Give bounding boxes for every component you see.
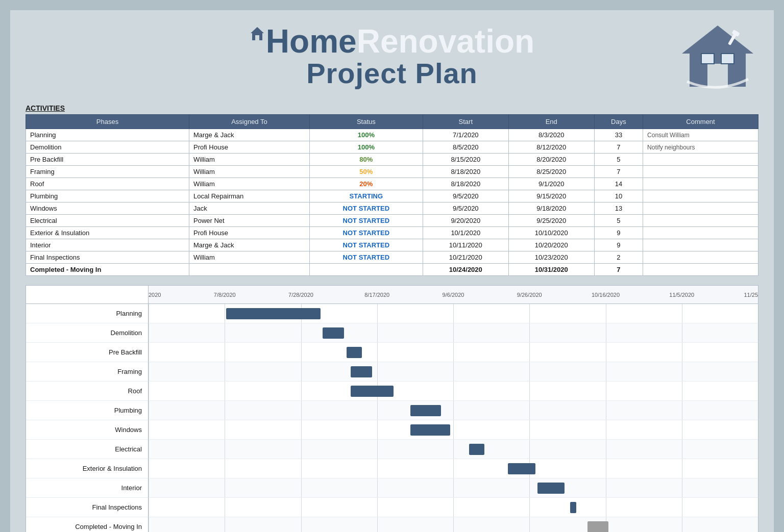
gantt-label-row: Exterior & Insulation xyxy=(26,459,148,478)
gantt-vline xyxy=(301,323,302,342)
cell-status: NOT STARTED xyxy=(309,202,423,215)
gantt-label-row: Final Inspections xyxy=(26,498,148,517)
cell-assigned: Power Net xyxy=(189,215,309,227)
gantt-bar xyxy=(226,308,321,319)
gantt-bar-row xyxy=(149,440,758,459)
gantt-labels: PlanningDemolitionPre BackfillFramingRoo… xyxy=(26,286,149,532)
col-days: Days xyxy=(594,115,643,129)
gantt-vline xyxy=(529,420,530,439)
gantt-vline xyxy=(225,478,225,497)
table-row: InteriorMarge & JackNOT STARTED10/11/202… xyxy=(26,239,758,251)
cell-phase: Completed - Moving In xyxy=(26,264,189,276)
cell-status: 50% xyxy=(309,166,423,178)
cell-start: 9/5/2020 xyxy=(423,190,508,202)
gantt-bar xyxy=(587,521,609,532)
gantt-vline xyxy=(301,343,302,362)
gantt-bar xyxy=(347,347,362,358)
gantt-label-row: Plumbing xyxy=(26,401,148,420)
gantt-bar xyxy=(323,327,344,339)
gantt-vline xyxy=(149,440,149,459)
title-line1: Home Renovation xyxy=(250,25,534,58)
cell-start: 8/18/2020 xyxy=(423,166,508,178)
cell-phase: Exterior & Insulation xyxy=(26,227,189,239)
cell-start: 9/20/2020 xyxy=(423,215,508,227)
gantt-vline xyxy=(453,420,454,439)
gantt-bar xyxy=(469,444,484,455)
gantt-vline xyxy=(453,401,454,420)
gantt-vline xyxy=(225,343,225,362)
gantt-vline xyxy=(453,517,454,532)
gantt-date-label: 9/26/2020 xyxy=(517,292,542,298)
cell-status: 80% xyxy=(309,154,423,166)
logo xyxy=(677,20,758,94)
gantt-bar-row xyxy=(149,382,758,401)
gantt-vline xyxy=(453,382,454,400)
gantt-bar-row xyxy=(149,498,758,517)
cell-start: 10/11/2020 xyxy=(423,239,508,251)
col-comment: Comment xyxy=(643,115,758,129)
cell-assigned: Marge & Jack xyxy=(189,129,309,141)
gantt-vline xyxy=(529,401,530,420)
cell-comment xyxy=(643,264,758,276)
cell-start: 7/1/2020 xyxy=(423,129,508,141)
cell-assigned: William xyxy=(189,166,309,178)
cell-end: 9/1/2020 xyxy=(508,178,594,190)
table-row: PlanningMarge & Jack100%7/1/20208/3/2020… xyxy=(26,129,758,141)
table-row: WindowsJackNOT STARTED9/5/20209/18/20201… xyxy=(26,202,758,215)
col-assigned: Assigned To xyxy=(189,115,309,129)
cell-assigned xyxy=(189,264,309,276)
gantt-vline xyxy=(225,517,225,532)
gantt-vline xyxy=(529,362,530,381)
cell-days: 14 xyxy=(594,178,643,190)
gantt-vline xyxy=(225,362,225,381)
gantt-bar-row xyxy=(149,420,758,440)
cell-phase: Interior xyxy=(26,239,189,251)
gantt-date-label: 7/28/2020 xyxy=(288,292,313,298)
gantt-vline xyxy=(301,498,302,517)
gantt-vline xyxy=(377,401,378,420)
cell-comment xyxy=(643,178,758,190)
cell-status: NOT STARTED xyxy=(309,251,423,264)
gantt-vline xyxy=(453,498,454,517)
cell-comment xyxy=(643,202,758,215)
gantt-vline xyxy=(529,382,530,400)
gantt-vline xyxy=(529,478,530,497)
cell-assigned: Jack xyxy=(189,202,309,215)
gantt-bar xyxy=(410,405,441,416)
gantt-vline xyxy=(606,478,606,497)
gantt-label-row: Interior xyxy=(26,478,148,498)
cell-days: 13 xyxy=(594,202,643,215)
svg-rect-1 xyxy=(255,35,259,40)
gantt-vline xyxy=(453,304,454,323)
gantt-label-row: Demolition xyxy=(26,323,148,343)
gantt-vline xyxy=(682,517,682,532)
cell-end: 9/25/2020 xyxy=(508,215,594,227)
cell-assigned: Marge & Jack xyxy=(189,239,309,251)
gantt-vline xyxy=(225,382,225,400)
gantt-vline xyxy=(377,517,378,532)
col-start: Start xyxy=(423,115,508,129)
gantt-vline xyxy=(453,362,454,381)
gantt-vline xyxy=(377,304,378,323)
gantt-vline xyxy=(301,362,302,381)
gantt-date-label: 8/17/2020 xyxy=(364,292,389,298)
cell-end: 8/20/2020 xyxy=(508,154,594,166)
gantt-vline xyxy=(606,304,606,323)
gantt-vline xyxy=(606,420,606,439)
gantt-vline xyxy=(377,323,378,342)
header-title: Home Renovation Project Plan xyxy=(250,25,534,89)
cell-end: 8/12/2020 xyxy=(508,141,594,154)
cell-days: 10 xyxy=(594,190,643,202)
cell-status: 20% xyxy=(309,178,423,190)
cell-phase: Demolition xyxy=(26,141,189,154)
gantt-label-row: Electrical xyxy=(26,440,148,459)
cell-end: 9/15/2020 xyxy=(508,190,594,202)
gantt-date-label: 6/18/2020 xyxy=(149,292,161,298)
gantt-vline xyxy=(377,420,378,439)
gantt-vline xyxy=(149,343,149,362)
gantt-vline xyxy=(301,478,302,497)
gantt-vline xyxy=(606,440,606,459)
activities-label: ACTIVITIES xyxy=(26,104,758,112)
cell-status: 100% xyxy=(309,129,423,141)
cell-days: 9 xyxy=(594,239,643,251)
